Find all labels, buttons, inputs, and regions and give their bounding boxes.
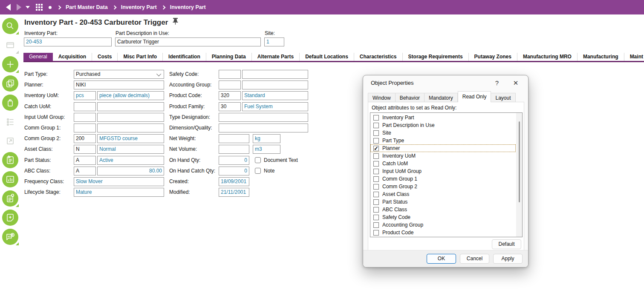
close-icon[interactable]: ✕: [509, 76, 522, 90]
planner-input[interactable]: NIKI: [74, 80, 164, 89]
readonly-item-safety-code[interactable]: Safety Code: [370, 213, 516, 221]
readonly-item-part-status[interactable]: Part Status: [370, 198, 516, 206]
cancel-button[interactable]: Cancel: [460, 254, 489, 264]
tab-planning-data[interactable]: Planning Data: [206, 53, 252, 61]
tab-acquisition[interactable]: Acquisition: [53, 53, 92, 61]
readonly-checkbox-part-status[interactable]: [373, 199, 379, 205]
new-note-button[interactable]: [2, 210, 18, 226]
chart-button[interactable]: [2, 171, 18, 187]
tab-default-locations[interactable]: Default Locations: [300, 53, 354, 61]
on-hand-qty-input[interactable]: 0: [219, 156, 249, 165]
comm-group-2-desc-input[interactable]: MFGSTD course: [97, 134, 164, 143]
part-type-select[interactable]: Purchased: [74, 70, 164, 79]
product-code-desc-input[interactable]: Standard: [242, 91, 308, 100]
product-family-desc-input[interactable]: Fuel System: [242, 102, 308, 111]
dialog-tab-mandatory[interactable]: Mandatory: [425, 93, 458, 102]
breadcrumb-item-inventory-part-2[interactable]: Inventory Part: [170, 4, 206, 10]
safety-code-input[interactable]: [219, 70, 241, 79]
type-designation-input[interactable]: [219, 113, 308, 122]
tab-manufacturing-mro[interactable]: Manufacturing MRO: [517, 53, 578, 61]
tab-misc-part-info[interactable]: Misc Part Info: [118, 53, 163, 61]
readonly-checkbox-asset-class[interactable]: [373, 192, 379, 197]
tab-putaway-zones[interactable]: Putaway Zones: [469, 53, 517, 61]
tab-identification[interactable]: Identification: [163, 53, 206, 61]
product-family-input[interactable]: 30: [219, 102, 241, 111]
readonly-checkbox-comm-group-2[interactable]: [373, 184, 379, 190]
history-caret-icon[interactable]: [26, 6, 30, 9]
frequency-class-input[interactable]: Slow Mover: [74, 177, 164, 186]
tab-storage-requirements[interactable]: Storage Requirements: [403, 53, 469, 61]
readonly-item-inventory-part[interactable]: Inventory Part: [370, 114, 516, 121]
comm-group-1-desc-input[interactable]: [97, 124, 164, 132]
inventory-uom-input[interactable]: pcs: [74, 91, 96, 100]
readonly-checkbox-safety-code[interactable]: [373, 215, 379, 220]
dialog-tab-behavior[interactable]: Behavior: [396, 93, 425, 102]
abc-class-desc-input[interactable]: 80.00: [97, 167, 164, 175]
input-uom-group-input[interactable]: [74, 113, 96, 122]
copy-button[interactable]: [2, 75, 18, 92]
readonly-item-part-type[interactable]: Part Type: [370, 137, 516, 144]
asset-class-desc-input[interactable]: Normal: [97, 145, 164, 154]
tab-maint-info[interactable]: Maint Info: [624, 53, 644, 61]
info-document-button[interactable]: [2, 190, 18, 207]
readonly-item-comm-group-1[interactable]: Comm Group 1: [370, 175, 516, 183]
on-hand-catch-qty-input[interactable]: 0: [219, 167, 249, 175]
readonly-item-planner[interactable]: Planner: [370, 144, 516, 152]
catch-uom-desc-input[interactable]: [97, 102, 164, 111]
readonly-checkbox-site[interactable]: [373, 130, 379, 136]
readonly-checkbox-part-description-in-use[interactable]: [373, 123, 379, 128]
report-button[interactable]: [2, 152, 18, 168]
accounting-group-input[interactable]: [219, 80, 241, 89]
tab-characteristics[interactable]: Characteristics: [354, 53, 403, 61]
readonly-checkbox-planner[interactable]: [373, 146, 379, 151]
back-icon[interactable]: [6, 4, 11, 11]
catch-uom-input[interactable]: [74, 102, 96, 111]
readonly-item-comm-group-2[interactable]: Comm Group 2: [370, 183, 516, 190]
tab-alternate-parts[interactable]: Alternate Parts: [252, 53, 300, 61]
lifecycle-stage-input[interactable]: Mature: [74, 188, 164, 197]
comm-group-2-input[interactable]: 200: [74, 134, 96, 143]
readonly-item-product-code[interactable]: Product Code: [370, 229, 516, 236]
app-grid-icon[interactable]: [36, 4, 43, 11]
readonly-item-inventory-uom[interactable]: Inventory UoM: [370, 152, 516, 160]
ok-button[interactable]: OK: [427, 254, 456, 264]
note-checkbox[interactable]: [255, 168, 261, 174]
modified-input[interactable]: 21/11/2001: [219, 188, 249, 197]
product-code-input[interactable]: 320: [219, 91, 241, 100]
readonly-item-part-description-in-use[interactable]: Part Description in Use: [370, 121, 516, 129]
readonly-item-site[interactable]: Site: [370, 129, 516, 137]
comm-group-1-input[interactable]: [74, 124, 96, 132]
readonly-item-asset-class[interactable]: Asset Class: [370, 190, 516, 198]
inventory-part-field[interactable]: 20-453: [24, 37, 112, 46]
abc-class-input[interactable]: A: [74, 167, 96, 175]
dimension-quality-input[interactable]: [219, 124, 308, 132]
chat-add-button[interactable]: [2, 229, 18, 245]
asset-class-input[interactable]: N: [74, 145, 96, 154]
readonly-checkbox-abc-class[interactable]: [373, 207, 379, 213]
net-volume-input[interactable]: [219, 145, 249, 154]
add-button[interactable]: [2, 56, 18, 72]
readonly-checkbox-catch-uom[interactable]: [373, 161, 379, 167]
input-uom-group-desc-input[interactable]: [97, 113, 164, 122]
readonly-item-catch-uom[interactable]: Catch UoM: [370, 160, 516, 167]
readonly-checkbox-input-uom-group[interactable]: [373, 169, 379, 174]
breadcrumb-item-part-master-data-0[interactable]: Part Master Data: [66, 4, 108, 10]
readonly-item-abc-class[interactable]: ABC Class: [370, 206, 516, 213]
help-icon[interactable]: ?: [491, 76, 503, 90]
readonly-checkbox-comm-group-1[interactable]: [373, 176, 379, 182]
readonly-checkbox-product-code[interactable]: [373, 230, 379, 236]
readonly-checkbox-part-type[interactable]: [373, 138, 379, 144]
created-input[interactable]: 18/09/2001: [219, 177, 249, 186]
readonly-item-input-uom-group[interactable]: Input UoM Group: [370, 167, 516, 175]
part-description-field[interactable]: Carburetor Trigger: [115, 37, 261, 46]
site-field[interactable]: 1: [264, 37, 284, 46]
dialog-tab-layout[interactable]: Layout: [491, 93, 515, 102]
listbox-scrollbar[interactable]: [516, 113, 522, 237]
pin-icon[interactable]: [172, 18, 179, 27]
net-weight-desc-input[interactable]: kg: [253, 134, 280, 143]
breadcrumb-item-inventory-part-1[interactable]: Inventory Part: [121, 4, 157, 10]
search-button[interactable]: [2, 18, 18, 34]
default-button[interactable]: Default: [492, 239, 521, 249]
listbox-scrollbar-thumb[interactable]: [519, 121, 520, 202]
part-status-desc-input[interactable]: Active: [97, 156, 164, 165]
